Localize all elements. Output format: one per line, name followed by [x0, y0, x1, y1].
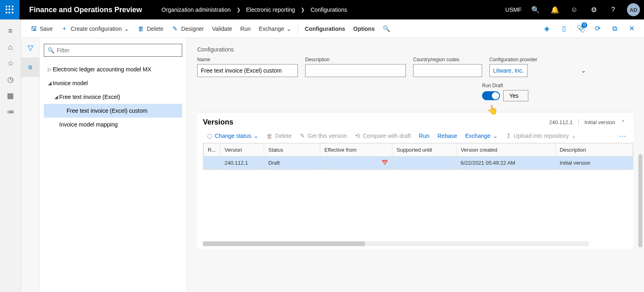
- col-supported[interactable]: Supported until: [392, 144, 457, 157]
- hamburger-icon[interactable]: ≡: [1, 23, 20, 39]
- avatar[interactable]: AD: [627, 3, 640, 16]
- provider-label: Configuration provider: [489, 57, 590, 62]
- tree-row[interactable]: ◢Free text invoice (Excel): [44, 90, 182, 104]
- app-launcher[interactable]: [0, 0, 19, 19]
- exchange-button[interactable]: Exchange⌄: [255, 19, 295, 38]
- name-input[interactable]: [197, 64, 298, 77]
- rebase-button[interactable]: Rebase: [433, 133, 461, 139]
- versions-summary-desc: Initial version: [584, 119, 615, 125]
- chevron-down-icon: ⌄: [493, 133, 498, 139]
- compare-icon: ⟲: [355, 132, 360, 140]
- cell-description: Initial version: [556, 157, 633, 170]
- smiley-icon[interactable]: ☺: [564, 0, 584, 19]
- search-icon[interactable]: 🔍: [526, 0, 545, 19]
- designer-button[interactable]: ✎Designer: [167, 19, 208, 38]
- config-tree: ▷Electronic ledger accounting model MX ◢…: [44, 62, 182, 131]
- delete-label: Delete: [147, 26, 163, 32]
- vertical-scrollbar[interactable]: [638, 154, 642, 247]
- country-codes-label: Country/region codes: [413, 57, 482, 62]
- save-button[interactable]: 🖫Save: [26, 19, 57, 38]
- tree-panel: 🔍 ▷Electronic ledger accounting model MX…: [40, 38, 187, 292]
- change-status-button[interactable]: ◌Change status⌄: [203, 132, 263, 140]
- refresh-icon[interactable]: ⟳: [590, 21, 605, 36]
- run-button[interactable]: Run: [236, 19, 255, 38]
- help-icon[interactable]: ?: [603, 0, 623, 19]
- versions-summary-version: 240.112.1: [549, 119, 573, 125]
- tree-row[interactable]: ▷Electronic ledger accounting model MX: [44, 62, 182, 76]
- col-created[interactable]: Version created: [457, 144, 556, 157]
- create-configuration-label: Create configuration: [71, 26, 122, 32]
- popout-icon[interactable]: ⧉: [607, 21, 622, 36]
- office-icon[interactable]: ▯: [556, 21, 571, 36]
- get-version-button[interactable]: ✎Get this version: [296, 132, 351, 140]
- trash-icon: 🗑: [137, 25, 144, 32]
- description-input[interactable]: [305, 64, 406, 77]
- version-run-button[interactable]: Run: [415, 133, 433, 139]
- options-tab[interactable]: Options: [349, 19, 379, 38]
- col-version[interactable]: Version: [220, 144, 264, 157]
- version-delete-button[interactable]: 🗑Delete: [263, 133, 295, 140]
- separator: [298, 23, 298, 34]
- validate-button[interactable]: Validate: [208, 19, 237, 38]
- col-effective[interactable]: Effective from: [320, 144, 392, 157]
- col-r[interactable]: R...: [204, 144, 220, 157]
- run-label: Run: [240, 26, 251, 32]
- collapse-icon[interactable]: ◢: [53, 94, 59, 100]
- tree-row[interactable]: Invoice model mapping: [44, 118, 182, 131]
- filter-box: 🔍: [44, 44, 182, 57]
- company-picker[interactable]: USMF: [501, 6, 526, 13]
- calendar-icon[interactable]: 📅: [381, 160, 388, 166]
- country-codes-input[interactable]: [413, 64, 482, 77]
- diamond-icon[interactable]: ◈: [539, 21, 554, 36]
- horizontal-scrollbar[interactable]: [203, 241, 589, 246]
- chevron-down-icon: ⌄: [286, 26, 291, 32]
- chevron-right-icon: ❯: [301, 7, 305, 13]
- tree-row[interactable]: ◢Invoice model: [44, 76, 182, 90]
- tree-row-selected[interactable]: Free text invoice (Excel) custom: [44, 104, 182, 118]
- bell-icon[interactable]: 🔔: [545, 0, 564, 19]
- filter-icon[interactable]: ▽: [21, 38, 39, 58]
- gear-icon[interactable]: ⚙: [584, 0, 603, 19]
- filter-input[interactable]: [57, 47, 179, 54]
- breadcrumb-item[interactable]: Configurations: [310, 6, 347, 13]
- star-icon[interactable]: ☆: [1, 55, 20, 71]
- provider-select[interactable]: Litware, Inc.: [489, 64, 528, 77]
- table-row[interactable]: 240.112.1 Draft 📅 6/22/2021 05:49:22 AM …: [204, 157, 633, 170]
- notifications-badge: 0: [582, 22, 587, 28]
- search-button[interactable]: 🔍: [379, 19, 394, 38]
- cell-r: [204, 157, 220, 170]
- breadcrumb-item[interactable]: Electronic reporting: [246, 6, 295, 13]
- configurations-tab[interactable]: Configurations: [301, 19, 349, 38]
- chevron-down-icon: ⌄: [254, 133, 258, 139]
- more-icon[interactable]: ⋯: [619, 131, 633, 140]
- sub-left-strip: ▽ ≡: [21, 38, 40, 292]
- name-label: Name: [197, 57, 298, 62]
- col-status[interactable]: Status: [264, 144, 320, 157]
- list-icon[interactable]: ≔: [1, 104, 20, 120]
- run-draft-toggle[interactable]: [482, 91, 500, 100]
- tree-label: Invoice model mapping: [59, 121, 118, 128]
- versions-grid: R... Version Status Effective from Suppo…: [203, 143, 633, 170]
- upload-button[interactable]: ↥Upload into repository⌄: [502, 132, 580, 140]
- col-description[interactable]: Description: [556, 144, 633, 157]
- lines-icon[interactable]: ≡: [21, 58, 39, 77]
- clock-icon[interactable]: ◷: [1, 71, 20, 88]
- description-label: Description: [305, 57, 406, 62]
- chevron-up-icon[interactable]: ⌃: [621, 119, 625, 125]
- plus-icon: ＋: [61, 25, 68, 32]
- version-exchange-button[interactable]: Exchange⌄: [461, 133, 502, 139]
- create-configuration-button[interactable]: ＋Create configuration⌄: [57, 19, 133, 38]
- expand-icon[interactable]: ▷: [46, 67, 53, 72]
- tree-label: Electronic ledger accounting model MX: [53, 66, 151, 73]
- options-label: Options: [353, 26, 375, 32]
- close-icon[interactable]: ✕: [625, 21, 639, 36]
- module-icon[interactable]: ▦: [1, 88, 20, 104]
- cell-effective[interactable]: 📅: [320, 157, 392, 170]
- collapse-icon[interactable]: ◢: [46, 80, 53, 86]
- attach-icon[interactable]: 📎0: [573, 21, 588, 36]
- home-icon[interactable]: ⌂: [1, 39, 20, 55]
- delete-button[interactable]: 🗑Delete: [133, 19, 167, 38]
- compare-button[interactable]: ⟲Compare with draft: [351, 132, 415, 140]
- breadcrumb-item[interactable]: Organization administration: [162, 6, 230, 13]
- search-icon: 🔍: [47, 47, 54, 54]
